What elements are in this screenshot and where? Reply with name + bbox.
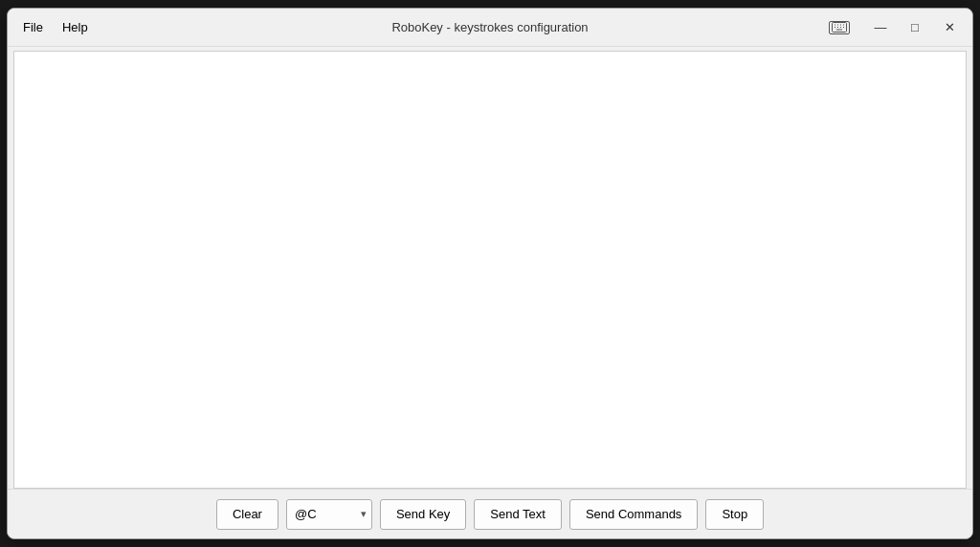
window-controls: — □ ✕ bbox=[829, 16, 965, 39]
minimize-button[interactable]: — bbox=[865, 16, 896, 39]
svg-rect-0 bbox=[833, 23, 847, 33]
menu-file[interactable]: File bbox=[15, 16, 51, 38]
main-window: File Help RoboKey - keystrokes configura… bbox=[7, 8, 973, 539]
command-dropdown-wrapper: @C @A @B @D @E ▾ bbox=[286, 499, 372, 530]
close-button[interactable]: ✕ bbox=[934, 16, 965, 39]
bottom-toolbar: Clear @C @A @B @D @E ▾ Send Key Send Tex… bbox=[8, 489, 972, 538]
menu-bar: File Help bbox=[15, 16, 96, 38]
send-commands-button[interactable]: Send Commands bbox=[569, 499, 698, 530]
send-key-button[interactable]: Send Key bbox=[380, 499, 466, 530]
menu-help[interactable]: Help bbox=[55, 16, 96, 38]
main-content bbox=[13, 51, 967, 489]
window-title: RoboKey - keystrokes configuration bbox=[391, 20, 588, 34]
maximize-button[interactable]: □ bbox=[900, 16, 930, 39]
send-text-button[interactable]: Send Text bbox=[474, 499, 562, 530]
keyboard-icon bbox=[829, 21, 850, 34]
stop-button[interactable]: Stop bbox=[705, 499, 764, 530]
titlebar: File Help RoboKey - keystrokes configura… bbox=[8, 9, 972, 47]
clear-button[interactable]: Clear bbox=[216, 499, 278, 530]
command-dropdown[interactable]: @C @A @B @D @E bbox=[286, 499, 372, 530]
